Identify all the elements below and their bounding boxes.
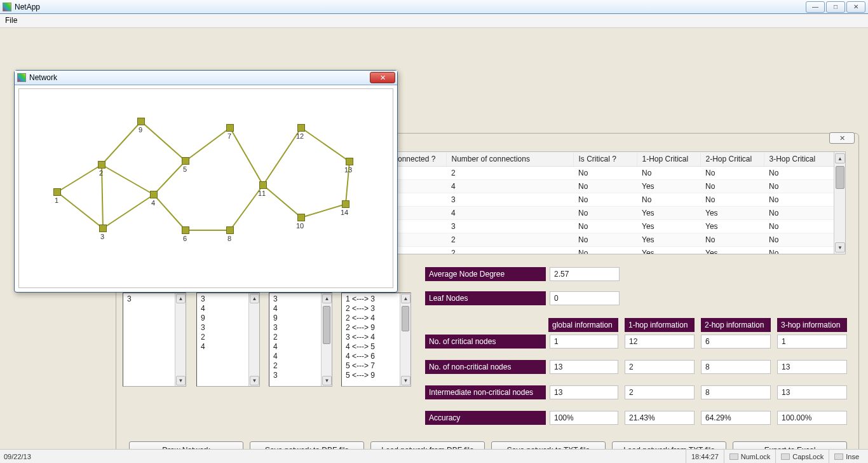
listbox-2[interactable]: 3 4 9 3 2 4 ▲▼ <box>196 293 260 387</box>
table-row[interactable]: 3NoNoNoNo <box>389 193 845 207</box>
graph-node[interactable] <box>182 226 189 234</box>
graph-node[interactable] <box>226 124 234 132</box>
close-button[interactable]: ✕ <box>846 1 865 13</box>
col-h2[interactable]: 2-Hop Critical <box>700 152 764 167</box>
listbox-3[interactable]: 3 4 9 3 2 4 4 2 3 ▲▼ <box>269 293 332 387</box>
svg-line-8 <box>186 128 230 161</box>
graph-node-label: 1 <box>55 197 58 204</box>
network-icon <box>17 73 26 82</box>
graph-node[interactable] <box>226 226 234 234</box>
col-h1[interactable]: 1-Hop Critical <box>637 152 700 167</box>
graph-node[interactable] <box>137 118 145 125</box>
svg-line-1 <box>57 192 103 228</box>
graph-node[interactable] <box>53 188 61 196</box>
label-nncrit: No. of non-critical nodes <box>425 360 546 374</box>
graph-node-label: 3 <box>100 233 104 240</box>
svg-line-14 <box>301 204 346 218</box>
label-leaf-nodes: Leaf Nodes <box>425 291 546 305</box>
graph-node[interactable] <box>342 200 349 208</box>
status-capslock: CapsLock <box>792 453 824 460</box>
graph-node[interactable] <box>346 158 353 165</box>
value-inter-h1: 2 <box>625 385 695 399</box>
app-title: NetApp <box>15 3 40 11</box>
value-ncrit-h2: 6 <box>701 335 771 349</box>
svg-line-3 <box>102 165 154 195</box>
col-iscrit[interactable]: Is Critical ? <box>573 152 637 167</box>
table-row[interactable]: 4NoYesYesNo <box>389 207 845 220</box>
network-window-title-bar[interactable]: Network ✕ <box>15 71 397 85</box>
graph-node-label: 4 <box>151 199 155 207</box>
scroll-up-icon[interactable]: ▲ <box>835 153 845 163</box>
svg-line-16 <box>301 128 349 162</box>
panel-collapse-button[interactable]: ✕ <box>829 132 855 144</box>
status-date: 09/22/13 <box>4 453 31 460</box>
data-table: connected ? Number of connections Is Cri… <box>388 151 846 254</box>
graph-node-label: 14 <box>341 209 348 216</box>
app-icon <box>3 3 11 11</box>
svg-line-7 <box>154 195 186 230</box>
value-leaf-nodes: 0 <box>550 291 620 305</box>
label-global-info: global information <box>548 318 618 332</box>
col-numconn[interactable]: Number of connections <box>446 152 573 167</box>
col-h3[interactable]: 3-Hop Critical <box>764 152 845 167</box>
value-acc-h2: 64.29% <box>701 411 771 425</box>
graph-node-label: 5 <box>183 165 187 173</box>
value-ncrit-h1: 12 <box>625 335 695 349</box>
graph-node[interactable] <box>259 181 267 189</box>
svg-line-4 <box>102 121 141 165</box>
graph-node-label: 10 <box>296 222 304 230</box>
table-row[interactable]: 4NoYesNoNo <box>389 180 845 193</box>
value-ncrit-h3: 1 <box>777 335 847 349</box>
graph-node[interactable] <box>99 225 107 232</box>
network-window[interactable]: Network ✕ 1234567891011121314 <box>14 70 398 293</box>
insert-icon <box>834 453 843 460</box>
menu-bar: File <box>0 14 868 28</box>
svg-line-5 <box>103 195 154 228</box>
graph-node[interactable] <box>98 161 105 169</box>
value-avg-degree: 2.57 <box>550 267 620 281</box>
listbox-4[interactable]: 1 <---> 3 2 <---> 3 2 <---> 4 2 <---> 9 … <box>341 293 411 387</box>
listbox-1[interactable]: 3 ▲▼ <box>123 293 186 387</box>
graph-node[interactable] <box>150 191 158 198</box>
value-nncrit-h2: 8 <box>701 360 771 374</box>
status-insert: Inse <box>846 453 859 460</box>
value-nncrit-h3: 13 <box>777 360 847 374</box>
svg-line-15 <box>263 128 301 185</box>
scroll-down-icon[interactable]: ▼ <box>835 242 845 252</box>
graph-node-label: 11 <box>258 190 266 197</box>
network-close-button[interactable]: ✕ <box>370 72 395 83</box>
graph-node-label: 6 <box>183 235 187 242</box>
graph-node-label: 13 <box>344 166 352 174</box>
table-row[interactable]: 2NoYesYesNo <box>389 247 845 255</box>
graph-node[interactable] <box>297 124 305 132</box>
svg-line-6 <box>154 161 186 195</box>
value-inter-h3: 13 <box>777 385 847 399</box>
table-row[interactable]: 3NoYesYesNo <box>389 220 845 233</box>
menu-file[interactable]: File <box>5 16 17 25</box>
svg-line-11 <box>230 128 263 185</box>
svg-line-13 <box>263 185 301 218</box>
graph-node[interactable] <box>297 214 305 221</box>
table-row[interactable]: 2NoYesNoNo <box>389 233 845 247</box>
value-inter-g: 13 <box>550 385 618 399</box>
label-avg-degree: Average Node Degree <box>425 267 546 281</box>
status-numlock: NumLock <box>741 453 770 460</box>
value-ncrit-g: 1 <box>550 335 618 349</box>
scroll-thumb[interactable] <box>836 166 844 189</box>
status-time: 18:44:27 <box>691 453 719 460</box>
table-row[interactable]: 2NoNoNoNo <box>389 167 845 180</box>
label-accuracy: Accuracy <box>425 411 546 425</box>
minimize-button[interactable]: — <box>806 1 825 13</box>
svg-line-9 <box>141 121 186 161</box>
graph-node-label: 8 <box>227 235 231 242</box>
graph-node-label: 9 <box>139 126 142 134</box>
table-scrollbar[interactable]: ▲ ▼ <box>834 152 845 254</box>
label-1hop-info: 1-hop information <box>625 318 695 332</box>
maximize-button[interactable]: □ <box>826 1 845 13</box>
graph-node[interactable] <box>182 157 189 165</box>
graph-node-label: 2 <box>99 169 103 177</box>
value-nncrit-g: 13 <box>550 360 618 374</box>
network-window-title: Network <box>29 73 57 82</box>
value-acc-g: 100% <box>550 411 618 425</box>
title-bar: NetApp — □ ✕ <box>0 0 868 14</box>
